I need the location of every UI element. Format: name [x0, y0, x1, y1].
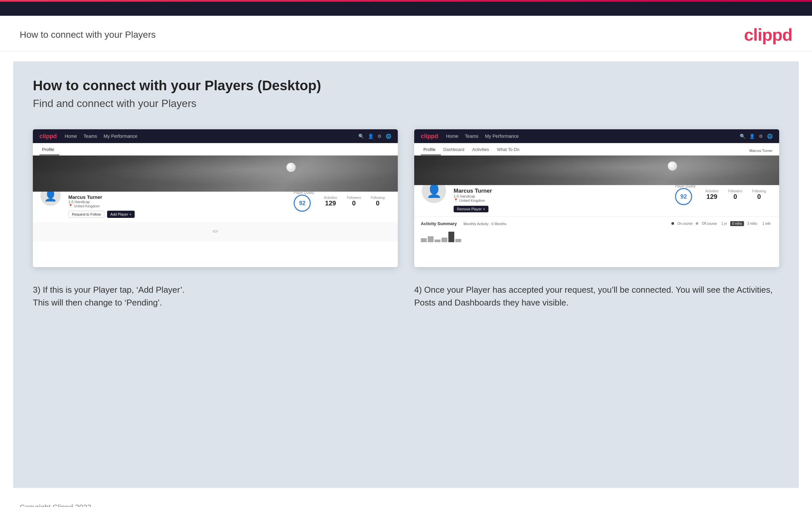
clippd-logo: clippd: [744, 25, 792, 45]
globe-icon[interactable]: 🌐: [386, 133, 391, 139]
settings-icon-right[interactable]: ⚙: [759, 133, 763, 139]
legend-off-course-label: Off course: [702, 222, 717, 225]
mini-chart: [421, 229, 773, 242]
app-tabs-right: Profile Dashboard Activities What To On …: [414, 143, 779, 156]
chart-bar-5: [448, 232, 454, 242]
app-navbar-left: clippd Home Teams My Performance 🔍 👤 ⚙ 🌐: [33, 129, 398, 143]
chart-bar-3: [435, 239, 441, 242]
banner-overlay-left: [33, 156, 398, 192]
request-follow-button[interactable]: Request to Follow: [68, 211, 104, 218]
nav-teams-right[interactable]: Teams: [465, 133, 478, 139]
screenshots-row: clippd Home Teams My Performance 🔍 👤 ⚙ 🌐: [33, 129, 779, 267]
desc-text-right: 4) Once your Player has accepted your re…: [414, 285, 773, 307]
app-nav-icons-right: 🔍 👤 ⚙ 🌐: [740, 133, 773, 139]
avatar-icon-right: 👤: [426, 184, 442, 198]
screenshot-right-col: clippd Home Teams My Performance 🔍 👤 ⚙ 🌐: [414, 129, 779, 267]
user-icon-right[interactable]: 👤: [749, 133, 755, 139]
legend-on-course-dot: [671, 222, 674, 225]
chart-bar-1: [421, 238, 427, 242]
golf-banner-left: [33, 156, 398, 192]
user-icon[interactable]: 👤: [368, 133, 373, 139]
description-text-right: 4) Once your Player has accepted your re…: [414, 284, 779, 309]
stat-quality-right: Player Quality 92: [675, 184, 695, 205]
app-screenshot-right: clippd Home Teams My Performance 🔍 👤 ⚙ 🌐: [414, 129, 779, 267]
nav-home-right[interactable]: Home: [446, 133, 458, 139]
profile-content-left: 👤 Marcus Turner 1-5 Handicap 📍 United Ki…: [33, 156, 398, 267]
app-tabs-right-group: Profile Dashboard Activities What To On: [421, 145, 524, 155]
stat-activities-right: Activities 129: [706, 189, 718, 201]
main-heading: How to connect with your Players (Deskto…: [33, 78, 779, 94]
quality-circle-left: 92: [294, 194, 311, 212]
main-subheading: Find and connect with your Players: [33, 98, 779, 110]
profile-name-left: Marcus Turner: [68, 194, 281, 200]
profile-handicap-right: 1-5 Handicap: [454, 194, 662, 198]
search-icon-right[interactable]: 🔍: [740, 133, 745, 139]
location-pin-icon: 📍: [68, 204, 73, 208]
globe-icon-right[interactable]: 🌐: [767, 133, 773, 139]
app-nav-right: Home Teams My Performance: [446, 133, 740, 139]
screenshot-left-col: clippd Home Teams My Performance 🔍 👤 ⚙ 🌐: [33, 129, 398, 267]
app-navbar-right: clippd Home Teams My Performance 🔍 👤 ⚙ 🌐: [414, 129, 779, 143]
time-btn-1mth[interactable]: 1 mth: [760, 221, 773, 226]
description-text-left: 3) If this is your Player tap, ‘Add Play…: [33, 284, 398, 309]
app-tabs-left: Profile: [33, 143, 398, 156]
footer-text: Copyright Clippd 2022: [20, 503, 91, 507]
add-player-button[interactable]: Add Player +: [107, 211, 135, 218]
time-btn-1yr[interactable]: 1 yr: [719, 221, 729, 226]
stat-followers-left: Followers 0: [347, 196, 361, 207]
tab-activities-right[interactable]: Activities: [469, 145, 494, 155]
tab-profile-right[interactable]: Profile: [421, 145, 441, 155]
stat-quality-left: Player Quality 92: [294, 191, 314, 212]
legend-off-course-dot: [696, 222, 698, 225]
golf-ball-left: [287, 163, 296, 172]
footer: Copyright Clippd 2022: [0, 498, 812, 507]
profile-name-right: Marcus Turner: [454, 188, 662, 194]
page-header: How to connect with your Players clippd: [0, 16, 812, 52]
chart-bar-4: [442, 238, 447, 242]
settings-icon[interactable]: ⚙: [377, 133, 382, 139]
search-icon[interactable]: 🔍: [358, 133, 364, 139]
desc-line2-left: This will then change to ‘Pending’.: [33, 298, 162, 307]
edit-icon: ✏: [212, 227, 218, 236]
stat-following-right: Following 0: [752, 189, 766, 201]
activity-summary-title-group: Activity Summary Monthly Activity · 6 Mo…: [421, 221, 507, 226]
user-dropdown-right[interactable]: Marcus Turner: [749, 149, 773, 155]
tab-dashboard-right[interactable]: Dashboard: [441, 145, 470, 155]
time-btn-3mths[interactable]: 3 mths: [745, 221, 759, 226]
time-buttons: 1 yr 6 mths 3 mths 1 mth: [719, 221, 773, 226]
profile-actions-left: Request to Follow Add Player +: [68, 211, 281, 218]
desc-line1-left: 3) If this is your Player tap, ‘Add Play…: [33, 285, 185, 295]
app-logo-right: clippd: [421, 133, 438, 140]
golf-banner-right: [414, 156, 779, 185]
profile-info-right: 👤 Marcus Turner 1-5 Handicap 📍 United Ki…: [414, 185, 779, 216]
nav-performance-right[interactable]: My Performance: [485, 133, 519, 139]
time-btn-6mths[interactable]: 6 mths: [730, 221, 744, 226]
app-logo-left: clippd: [39, 133, 57, 140]
remove-player-button[interactable]: Remove Player ×: [454, 206, 489, 212]
activity-legend: On course Off course: [671, 222, 717, 225]
description-right: 4) Once your Player has accepted your re…: [414, 284, 779, 309]
stat-activities-left: Activities 129: [324, 196, 337, 207]
chart-bar-6: [455, 239, 461, 242]
quality-circle-right: 92: [675, 188, 692, 205]
tab-profile-left[interactable]: Profile: [39, 145, 59, 155]
activity-summary: Activity Summary Monthly Activity · 6 Mo…: [414, 216, 779, 246]
chart-bar-2: [428, 236, 434, 242]
main-content: How to connect with your Players (Deskto…: [13, 61, 799, 488]
nav-teams-left[interactable]: Teams: [84, 133, 97, 139]
profile-location-right: 📍 United Kingdom: [454, 198, 662, 203]
profile-handicap-left: 1-5 Handicap: [68, 200, 281, 204]
tab-what-to-on-right[interactable]: What To On: [494, 145, 524, 155]
location-pin-icon-right: 📍: [454, 198, 458, 203]
stat-followers-right: Followers 0: [728, 189, 742, 201]
descriptions-row: 3) If this is your Player tap, ‘Add Play…: [33, 284, 779, 309]
activity-controls: On course Off course 1 yr 6 mths 3 mths …: [671, 221, 773, 226]
activity-summary-title: Activity Summary: [421, 221, 457, 226]
nav-performance-left[interactable]: My Performance: [104, 133, 138, 139]
app-screenshot-left: clippd Home Teams My Performance 🔍 👤 ⚙ 🌐: [33, 129, 398, 267]
activity-summary-header: Activity Summary Monthly Activity · 6 Mo…: [421, 221, 773, 226]
stats-row-left: Player Quality 92 Activities 129 Followe: [287, 191, 391, 212]
nav-home-left[interactable]: Home: [65, 133, 77, 139]
app-nav-icons-left: 🔍 👤 ⚙ 🌐: [358, 133, 391, 139]
profile-location-left: 📍 United Kingdom: [68, 204, 281, 208]
